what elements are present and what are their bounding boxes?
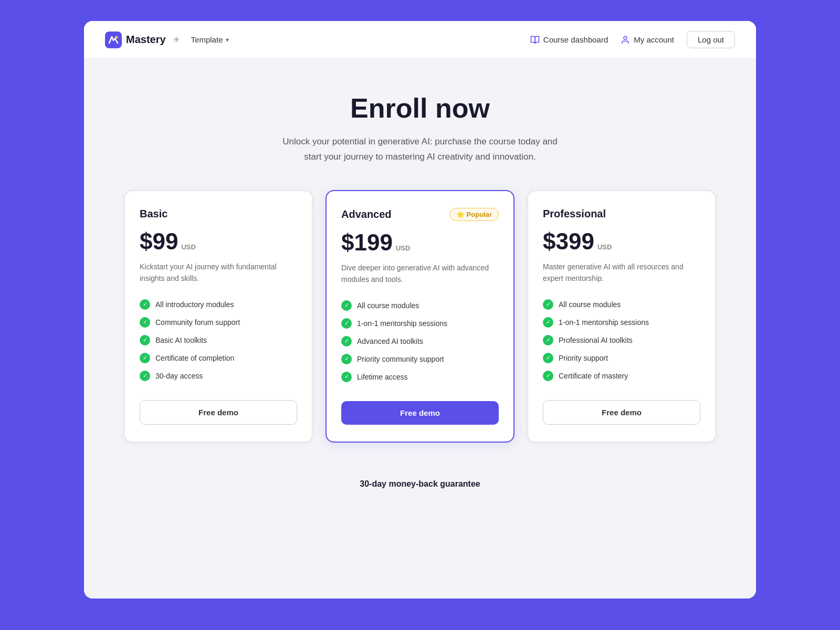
check-icon: ✓ — [140, 353, 150, 363]
nav-right: Course dashboard My account Log out — [530, 31, 735, 48]
check-icon: ✓ — [543, 353, 553, 363]
list-item: ✓ 1-on-1 mentorship sessions — [543, 317, 700, 328]
popular-label: Popular — [467, 211, 492, 218]
card-desc-advanced: Dive deeper into generative AI with adva… — [341, 262, 499, 286]
card-title-professional: Professional — [543, 208, 606, 220]
free-demo-button-basic[interactable]: Free demo — [140, 400, 297, 425]
list-item: ✓ Lifetime access — [341, 372, 499, 382]
card-desc-professional: Master generative AI with all resources … — [543, 261, 700, 285]
logout-button[interactable]: Log out — [687, 31, 735, 48]
price-row-basic: $99 USD — [140, 228, 297, 255]
template-label: Template — [191, 35, 223, 44]
list-item: ✓ Priority community support — [341, 354, 499, 364]
list-item: ✓ 1-on-1 mentorship sessions — [341, 318, 499, 329]
card-header-professional: Professional — [543, 208, 700, 220]
course-dashboard-label: Course dashboard — [543, 35, 608, 44]
list-item: ✓ Professional AI toolkits — [543, 335, 700, 345]
price-amount-basic: $99 — [140, 228, 178, 255]
check-icon: ✓ — [543, 371, 553, 381]
my-account-link[interactable]: My account — [621, 35, 674, 45]
list-item: ✓ Priority support — [543, 353, 700, 363]
list-item: ✓ Community forum support — [140, 317, 297, 328]
feature-text: All introductory modules — [155, 300, 234, 309]
free-demo-button-professional[interactable]: Free demo — [543, 400, 700, 425]
feature-list-professional: ✓ All course modules ✓ 1-on-1 mentorship… — [543, 299, 700, 381]
pricing-card-advanced: Advanced ⭐ Popular $199 USD Dive deeper … — [326, 190, 514, 443]
list-item: ✓ All course modules — [341, 300, 499, 311]
check-icon: ✓ — [341, 336, 352, 346]
list-item: ✓ All introductory modules — [140, 299, 297, 310]
price-currency-basic: USD — [181, 243, 195, 251]
feature-text: All course modules — [559, 300, 621, 309]
feature-list-basic: ✓ All introductory modules ✓ Community f… — [140, 299, 297, 381]
guarantee-text: 30-day money-back guarantee — [84, 474, 756, 510]
popular-badge: ⭐ Popular — [449, 208, 499, 221]
pricing-card-basic: Basic $99 USD Kickstart your AI journey … — [124, 190, 313, 443]
card-desc-basic: Kickstart your AI journey with fundament… — [140, 261, 297, 285]
list-item: ✓ Basic AI toolkits — [140, 335, 297, 345]
check-icon: ✓ — [341, 318, 352, 329]
hero-subtitle: Unlock your potential in generative AI: … — [278, 134, 562, 165]
feature-text: 30-day access — [155, 372, 203, 380]
price-currency-professional: USD — [597, 243, 612, 251]
check-icon: ✓ — [341, 300, 352, 311]
check-icon: ✓ — [543, 299, 553, 310]
navbar: Mastery ☀ Template ▾ Course dashboard My… — [84, 21, 756, 59]
feature-text: Advanced AI toolkits — [357, 337, 423, 345]
page-container: Mastery ☀ Template ▾ Course dashboard My… — [84, 21, 756, 598]
check-icon: ✓ — [140, 299, 150, 310]
feature-text: 1-on-1 mentorship sessions — [559, 318, 649, 327]
check-icon: ✓ — [140, 371, 150, 381]
feature-list-advanced: ✓ All course modules ✓ 1-on-1 mentorship… — [341, 300, 499, 382]
template-menu[interactable]: Template ▾ — [191, 35, 229, 44]
price-amount-professional: $399 — [543, 228, 594, 255]
check-icon: ✓ — [140, 335, 150, 345]
feature-text: Community forum support — [155, 318, 240, 327]
price-row-advanced: $199 USD — [341, 229, 499, 256]
feature-text: Priority support — [559, 354, 608, 362]
logo-text: Mastery — [126, 34, 166, 46]
check-icon: ✓ — [341, 354, 352, 364]
check-icon: ✓ — [140, 317, 150, 328]
book-icon — [530, 35, 540, 45]
chevron-down-icon: ▾ — [226, 36, 229, 44]
feature-text: 1-on-1 mentorship sessions — [357, 319, 447, 328]
course-dashboard-link[interactable]: Course dashboard — [530, 35, 608, 45]
feature-text: All course modules — [357, 301, 419, 310]
feature-text: Certificate of mastery — [559, 372, 628, 380]
price-amount-advanced: $199 — [341, 229, 393, 256]
feature-text: Priority community support — [357, 355, 444, 363]
theme-icon[interactable]: ☀ — [172, 34, 181, 46]
card-title-basic: Basic — [140, 208, 167, 220]
feature-text: Professional AI toolkits — [559, 336, 633, 344]
my-account-label: My account — [634, 35, 674, 44]
card-header-basic: Basic — [140, 208, 297, 220]
star-icon: ⭐ — [456, 211, 465, 218]
list-item: ✓ Certificate of mastery — [543, 371, 700, 381]
feature-text: Basic AI toolkits — [155, 336, 207, 344]
list-item: ✓ Certificate of completion — [140, 353, 297, 363]
svg-point-1 — [116, 36, 118, 38]
logo-link[interactable]: Mastery — [105, 32, 166, 48]
list-item: ✓ Advanced AI toolkits — [341, 336, 499, 346]
list-item: ✓ 30-day access — [140, 371, 297, 381]
card-title-advanced: Advanced — [341, 208, 392, 220]
svg-point-2 — [624, 36, 627, 39]
hero-title: Enroll now — [105, 92, 735, 124]
check-icon: ✓ — [341, 372, 352, 382]
user-icon — [621, 35, 630, 45]
logo-icon — [105, 32, 122, 48]
check-icon: ✓ — [543, 335, 553, 345]
feature-text: Lifetime access — [357, 373, 407, 381]
pricing-card-professional: Professional $399 USD Master generative … — [527, 190, 716, 443]
list-item: ✓ All course modules — [543, 299, 700, 310]
feature-text: Certificate of completion — [155, 354, 234, 362]
free-demo-button-advanced[interactable]: Free demo — [341, 401, 499, 425]
card-header-advanced: Advanced ⭐ Popular — [341, 208, 499, 221]
check-icon: ✓ — [543, 317, 553, 328]
price-row-professional: $399 USD — [543, 228, 700, 255]
hero-section: Enroll now Unlock your potential in gene… — [84, 59, 756, 190]
pricing-grid: Basic $99 USD Kickstart your AI journey … — [84, 190, 756, 474]
price-currency-advanced: USD — [396, 244, 410, 252]
